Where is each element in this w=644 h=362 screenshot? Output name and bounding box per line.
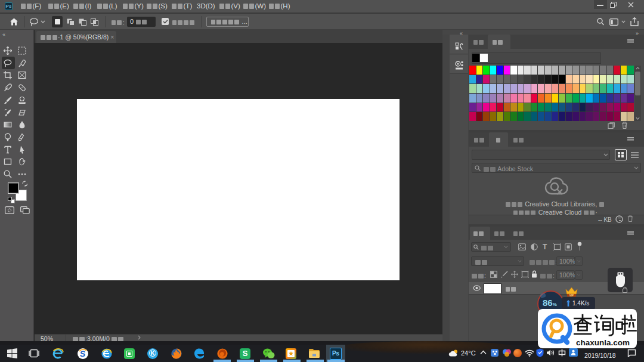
svg-text:VIP: VIP [569, 294, 574, 297]
